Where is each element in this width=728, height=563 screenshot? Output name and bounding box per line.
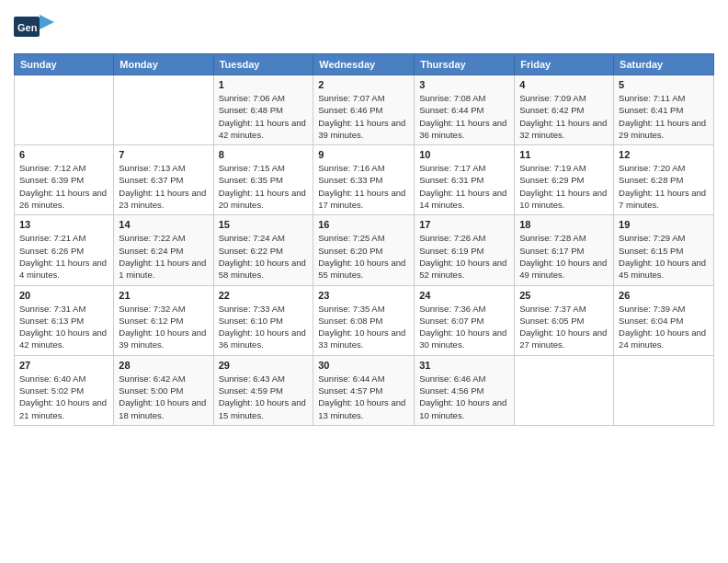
day-detail: Sunrise: 7:12 AMSunset: 6:39 PMDaylight:… xyxy=(19,162,108,211)
calendar-cell: 8Sunrise: 7:15 AMSunset: 6:35 PMDaylight… xyxy=(213,145,313,215)
day-number: 21 xyxy=(119,290,208,301)
day-detail: Sunrise: 7:33 AMSunset: 6:10 PMDaylight:… xyxy=(219,303,309,351)
day-number: 3 xyxy=(419,79,509,90)
day-detail: Sunrise: 7:37 AMSunset: 6:05 PMDaylight:… xyxy=(519,303,609,351)
week-row-4: 20Sunrise: 7:31 AMSunset: 6:13 PMDayligh… xyxy=(15,285,714,355)
day-detail: Sunrise: 7:29 AMSunset: 6:15 PMDaylight:… xyxy=(619,232,709,281)
calendar-cell: 5Sunrise: 7:11 AMSunset: 6:41 PMDaylight… xyxy=(614,75,714,145)
day-number: 5 xyxy=(619,79,709,90)
day-number: 16 xyxy=(318,219,409,230)
day-number: 23 xyxy=(318,290,409,301)
svg-text:Gen: Gen xyxy=(17,22,38,33)
header: Gen xyxy=(14,9,714,48)
day-number: 19 xyxy=(619,219,709,230)
calendar-cell: 1Sunrise: 7:06 AMSunset: 6:48 PMDaylight… xyxy=(213,75,313,145)
calendar-cell: 23Sunrise: 7:35 AMSunset: 6:08 PMDayligh… xyxy=(313,285,415,355)
day-detail: Sunrise: 7:28 AMSunset: 6:17 PMDaylight:… xyxy=(519,232,609,281)
day-number: 17 xyxy=(419,219,509,230)
day-detail: Sunrise: 7:36 AMSunset: 6:07 PMDaylight:… xyxy=(419,303,509,351)
day-detail: Sunrise: 7:13 AMSunset: 6:37 PMDaylight:… xyxy=(119,162,208,211)
calendar-cell: 4Sunrise: 7:09 AMSunset: 6:42 PMDaylight… xyxy=(515,75,614,145)
day-number: 13 xyxy=(19,219,108,230)
svg-marker-2 xyxy=(40,15,54,29)
calendar-cell: 11Sunrise: 7:19 AMSunset: 6:29 PMDayligh… xyxy=(515,145,614,215)
day-detail: Sunrise: 6:46 AMSunset: 4:56 PMDaylight:… xyxy=(419,373,509,421)
day-detail: Sunrise: 7:16 AMSunset: 6:33 PMDaylight:… xyxy=(318,162,409,211)
day-number: 15 xyxy=(219,219,309,230)
calendar-cell: 10Sunrise: 7:17 AMSunset: 6:31 PMDayligh… xyxy=(415,145,515,215)
day-detail: Sunrise: 6:43 AMSunset: 4:59 PMDaylight:… xyxy=(219,373,309,421)
day-detail: Sunrise: 7:26 AMSunset: 6:19 PMDaylight:… xyxy=(419,232,509,281)
calendar-cell xyxy=(614,355,714,425)
day-number: 30 xyxy=(318,360,409,371)
day-number: 22 xyxy=(219,290,309,301)
day-detail: Sunrise: 7:21 AMSunset: 6:26 PMDaylight:… xyxy=(19,232,108,281)
day-detail: Sunrise: 7:20 AMSunset: 6:28 PMDaylight:… xyxy=(619,162,709,211)
day-detail: Sunrise: 6:42 AMSunset: 5:00 PMDaylight:… xyxy=(119,373,208,421)
day-number: 18 xyxy=(519,219,609,230)
day-detail: Sunrise: 7:39 AMSunset: 6:04 PMDaylight:… xyxy=(619,303,709,351)
calendar-cell: 3Sunrise: 7:08 AMSunset: 6:44 PMDaylight… xyxy=(415,75,515,145)
day-detail: Sunrise: 6:44 AMSunset: 4:57 PMDaylight:… xyxy=(318,373,409,421)
weekday-wednesday: Wednesday xyxy=(313,54,415,75)
calendar-cell: 27Sunrise: 6:40 AMSunset: 5:02 PMDayligh… xyxy=(15,355,114,425)
day-number: 24 xyxy=(419,290,509,301)
day-number: 10 xyxy=(419,149,509,160)
calendar-cell: 24Sunrise: 7:36 AMSunset: 6:07 PMDayligh… xyxy=(415,285,515,355)
calendar-cell: 19Sunrise: 7:29 AMSunset: 6:15 PMDayligh… xyxy=(614,215,714,285)
calendar-cell: 26Sunrise: 7:39 AMSunset: 6:04 PMDayligh… xyxy=(614,285,714,355)
weekday-header-row: SundayMondayTuesdayWednesdayThursdayFrid… xyxy=(15,54,714,75)
week-row-5: 27Sunrise: 6:40 AMSunset: 5:02 PMDayligh… xyxy=(15,355,714,425)
day-detail: Sunrise: 7:22 AMSunset: 6:24 PMDaylight:… xyxy=(119,232,208,281)
calendar-cell: 28Sunrise: 6:42 AMSunset: 5:00 PMDayligh… xyxy=(114,355,213,425)
calendar-cell xyxy=(114,75,213,145)
day-detail: Sunrise: 7:24 AMSunset: 6:22 PMDaylight:… xyxy=(219,232,309,281)
logo: Gen xyxy=(14,9,58,48)
day-number: 9 xyxy=(318,149,409,160)
day-detail: Sunrise: 7:09 AMSunset: 6:42 PMDaylight:… xyxy=(519,92,609,141)
calendar-cell: 31Sunrise: 6:46 AMSunset: 4:56 PMDayligh… xyxy=(415,355,515,425)
day-detail: Sunrise: 7:06 AMSunset: 6:48 PMDaylight:… xyxy=(219,92,309,141)
day-number: 26 xyxy=(619,290,709,301)
calendar-cell: 14Sunrise: 7:22 AMSunset: 6:24 PMDayligh… xyxy=(114,215,213,285)
day-detail: Sunrise: 7:11 AMSunset: 6:41 PMDaylight:… xyxy=(619,92,709,141)
calendar-cell: 25Sunrise: 7:37 AMSunset: 6:05 PMDayligh… xyxy=(515,285,614,355)
week-row-2: 6Sunrise: 7:12 AMSunset: 6:39 PMDaylight… xyxy=(15,145,714,215)
calendar-cell xyxy=(515,355,614,425)
day-detail: Sunrise: 7:08 AMSunset: 6:44 PMDaylight:… xyxy=(419,92,509,141)
calendar-cell: 20Sunrise: 7:31 AMSunset: 6:13 PMDayligh… xyxy=(15,285,114,355)
day-detail: Sunrise: 7:31 AMSunset: 6:13 PMDaylight:… xyxy=(19,303,108,351)
day-detail: Sunrise: 7:35 AMSunset: 6:08 PMDaylight:… xyxy=(318,303,409,351)
calendar-cell: 12Sunrise: 7:20 AMSunset: 6:28 PMDayligh… xyxy=(614,145,714,215)
calendar-table: SundayMondayTuesdayWednesdayThursdayFrid… xyxy=(14,53,714,426)
day-detail: Sunrise: 7:15 AMSunset: 6:35 PMDaylight:… xyxy=(219,162,309,211)
day-detail: Sunrise: 7:32 AMSunset: 6:12 PMDaylight:… xyxy=(119,303,208,351)
calendar-cell: 22Sunrise: 7:33 AMSunset: 6:10 PMDayligh… xyxy=(213,285,313,355)
weekday-thursday: Thursday xyxy=(415,54,515,75)
day-number: 12 xyxy=(619,149,709,160)
day-detail: Sunrise: 7:19 AMSunset: 6:29 PMDaylight:… xyxy=(519,162,609,211)
day-detail: Sunrise: 6:40 AMSunset: 5:02 PMDaylight:… xyxy=(19,373,108,421)
day-detail: Sunrise: 7:17 AMSunset: 6:31 PMDaylight:… xyxy=(419,162,509,211)
calendar-cell: 13Sunrise: 7:21 AMSunset: 6:26 PMDayligh… xyxy=(15,215,114,285)
day-number: 4 xyxy=(519,79,609,90)
weekday-sunday: Sunday xyxy=(15,54,114,75)
calendar-cell: 2Sunrise: 7:07 AMSunset: 6:46 PMDaylight… xyxy=(313,75,415,145)
calendar-cell: 17Sunrise: 7:26 AMSunset: 6:19 PMDayligh… xyxy=(415,215,515,285)
day-number: 7 xyxy=(119,149,208,160)
day-detail: Sunrise: 7:25 AMSunset: 6:20 PMDaylight:… xyxy=(318,232,409,281)
week-row-3: 13Sunrise: 7:21 AMSunset: 6:26 PMDayligh… xyxy=(15,215,714,285)
weekday-tuesday: Tuesday xyxy=(213,54,313,75)
day-number: 8 xyxy=(219,149,309,160)
day-number: 11 xyxy=(519,149,609,160)
day-number: 2 xyxy=(318,79,409,90)
calendar-cell: 29Sunrise: 6:43 AMSunset: 4:59 PMDayligh… xyxy=(213,355,313,425)
calendar-cell: 30Sunrise: 6:44 AMSunset: 4:57 PMDayligh… xyxy=(313,355,415,425)
day-number: 20 xyxy=(19,290,108,301)
calendar-cell: 9Sunrise: 7:16 AMSunset: 6:33 PMDaylight… xyxy=(313,145,415,215)
day-number: 29 xyxy=(219,360,309,371)
day-number: 14 xyxy=(119,219,208,230)
calendar-cell: 15Sunrise: 7:24 AMSunset: 6:22 PMDayligh… xyxy=(213,215,313,285)
calendar-cell: 7Sunrise: 7:13 AMSunset: 6:37 PMDaylight… xyxy=(114,145,213,215)
weekday-monday: Monday xyxy=(114,54,213,75)
